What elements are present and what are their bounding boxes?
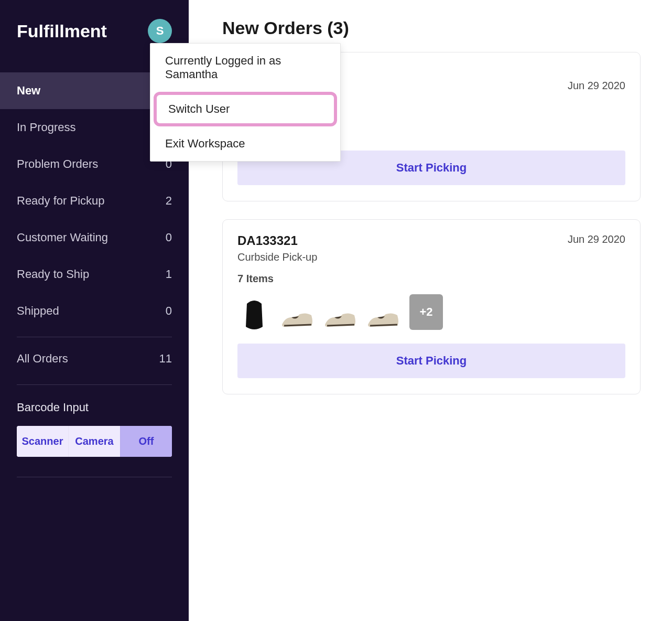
- sidebar-item-shipped[interactable]: Shipped 0: [0, 293, 189, 329]
- sidebar-item-all-orders[interactable]: All Orders 11: [0, 340, 189, 377]
- sidebar: Fulfillment S New In Progress 4 Problem …: [0, 0, 189, 621]
- sidebar-item-count: 2: [166, 194, 172, 208]
- order-type: Curbside Pick-up: [237, 251, 317, 263]
- sidebar-item-label: Ready to Ship: [17, 267, 89, 281]
- sidebar-item-label: All Orders: [17, 352, 68, 366]
- barcode-input-segmented: Scanner Camera Off: [17, 426, 172, 457]
- sidebar-item-count: 0: [166, 304, 172, 318]
- order-id: DA133321: [237, 233, 317, 248]
- barcode-section: Barcode Input Scanner Camera Off: [0, 388, 189, 469]
- user-menu-switch-user[interactable]: Switch User: [157, 95, 334, 123]
- divider: [17, 337, 172, 337]
- app-title: Fulfillment: [17, 21, 107, 41]
- page-title: New Orders (3): [222, 18, 641, 38]
- thumb-bag-icon: [237, 294, 271, 330]
- barcode-label: Barcode Input: [17, 401, 172, 414]
- start-picking-button[interactable]: Start Picking: [237, 344, 625, 378]
- order-date: Jun 29 2020: [568, 233, 625, 245]
- order-items-count: 7 Items: [237, 273, 625, 285]
- barcode-option-off[interactable]: Off: [120, 426, 172, 457]
- avatar[interactable]: S: [148, 19, 172, 43]
- user-menu-current-user: Currently Logged in as Samantha: [150, 44, 340, 92]
- user-menu-highlight: Switch User: [154, 92, 337, 126]
- sidebar-item-count: 11: [159, 352, 172, 366]
- order-card: DA133321 Curbside Pick-up Jun 29 2020 7 …: [222, 219, 641, 394]
- sidebar-item-label: New: [17, 84, 40, 98]
- sidebar-item-customer-waiting[interactable]: Customer Waiting 0: [0, 219, 189, 256]
- thumb-shoe-icon: [323, 294, 357, 330]
- order-card-header: DA133321 Curbside Pick-up Jun 29 2020: [237, 233, 625, 263]
- sidebar-item-label: Ready for Pickup: [17, 194, 105, 208]
- thumb-shoe-icon: [366, 294, 400, 330]
- sidebar-item-label: Problem Orders: [17, 157, 98, 171]
- order-thumbnails: +2: [237, 294, 625, 330]
- barcode-option-camera[interactable]: Camera: [68, 426, 120, 457]
- order-date: Jun 29 2020: [568, 80, 625, 92]
- user-menu: Currently Logged in as Samantha Switch U…: [150, 43, 341, 162]
- sidebar-item-label: Shipped: [17, 304, 59, 318]
- sidebar-item-ready-to-ship[interactable]: Ready to Ship 1: [0, 256, 189, 293]
- sidebar-item-count: 1: [166, 267, 172, 281]
- sidebar-item-label: Customer Waiting: [17, 231, 108, 244]
- sidebar-item-label: In Progress: [17, 121, 76, 134]
- thumb-shoe-icon: [280, 294, 314, 330]
- divider: [17, 477, 172, 477]
- user-menu-exit-workspace[interactable]: Exit Workspace: [150, 126, 340, 161]
- barcode-option-scanner[interactable]: Scanner: [17, 426, 68, 457]
- sidebar-item-count: 0: [166, 231, 172, 244]
- divider: [17, 384, 172, 385]
- thumb-overflow-count[interactable]: +2: [409, 294, 443, 330]
- sidebar-item-ready-for-pickup[interactable]: Ready for Pickup 2: [0, 183, 189, 219]
